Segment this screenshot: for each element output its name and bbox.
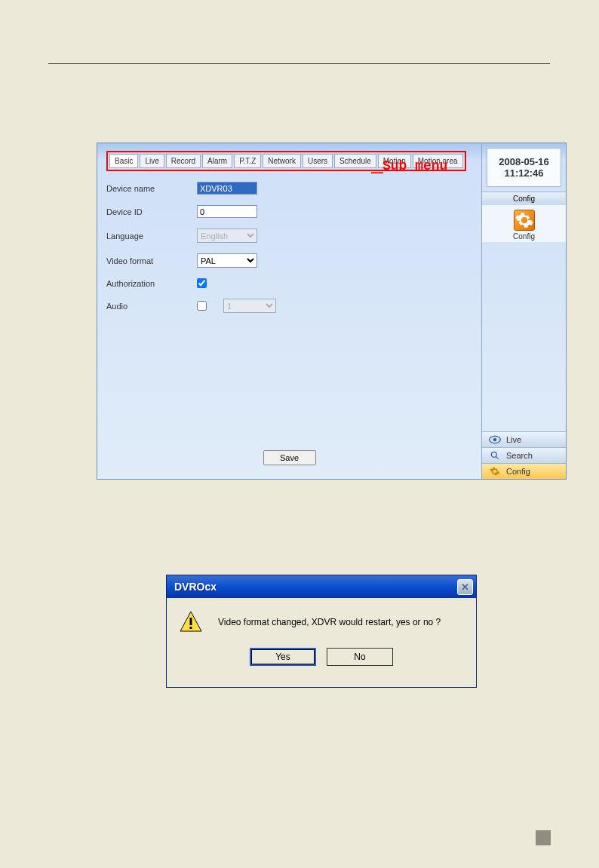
nav-config[interactable]: Config (482, 463, 566, 479)
tab-ptz[interactable]: P.T.Z (234, 154, 261, 168)
device-name-label: Device name (106, 184, 197, 193)
audio-label: Audio (106, 302, 197, 311)
dialog-title: DVROcx (174, 581, 217, 593)
svg-point-1 (493, 438, 497, 442)
config-icon-area[interactable]: Config (482, 205, 566, 242)
yes-button[interactable]: Yes (250, 648, 316, 666)
close-button[interactable]: ✕ (457, 579, 473, 595)
close-icon: ✕ (461, 581, 469, 593)
eye-icon (488, 434, 502, 445)
authorization-label: Authorization (106, 279, 197, 288)
video-format-label: Video format (106, 256, 197, 265)
gear-small-icon (488, 466, 502, 477)
nav-live-label: Live (506, 435, 521, 444)
nav-config-label: Config (506, 467, 530, 476)
tab-alarm[interactable]: Alarm (202, 154, 232, 168)
audio-select: 1 (223, 299, 276, 313)
no-button[interactable]: No (327, 648, 393, 666)
main-area: Basic Live Record Alarm P.T.Z Network Us… (97, 143, 481, 479)
svg-line-3 (496, 456, 499, 459)
nav-search-label: Search (506, 451, 533, 460)
svg-rect-6 (190, 627, 192, 629)
time-text: 11:12:46 (492, 167, 556, 179)
svg-rect-5 (190, 618, 192, 625)
tab-network[interactable]: Network (263, 154, 301, 168)
device-id-input[interactable] (197, 205, 257, 218)
datetime-display: 2008-05-16 11:12:46 (487, 148, 561, 187)
tab-users[interactable]: Users (303, 154, 333, 168)
basic-form: Device name Device ID Language English V… (106, 182, 472, 313)
authorization-checkbox[interactable] (197, 278, 207, 288)
right-panel: 2008-05-16 11:12:46 Config Config Live S… (481, 143, 566, 479)
dialog-titlebar[interactable]: DVROcx ✕ (167, 575, 476, 598)
tab-basic[interactable]: Basic (109, 154, 138, 168)
config-icon-label: Config (482, 232, 566, 241)
warning-icon (179, 610, 203, 634)
horizontal-rule (48, 63, 550, 64)
confirm-dialog: DVROcx ✕ Video format changed, XDVR woul… (166, 575, 477, 688)
audio-checkbox[interactable] (197, 301, 207, 311)
nav-search[interactable]: Search (482, 447, 566, 463)
config-panel-header: Config (482, 192, 566, 205)
language-select: English (197, 229, 257, 243)
device-id-label: Device ID (106, 207, 197, 216)
tab-live[interactable]: Live (140, 154, 164, 168)
device-name-input[interactable] (197, 182, 257, 195)
config-window: Basic Live Record Alarm P.T.Z Network Us… (97, 143, 567, 480)
annotation-arrow: — (371, 166, 383, 179)
language-label: Language (106, 232, 197, 241)
annotation-label: Sub menu (382, 158, 447, 173)
video-format-select[interactable]: PAL (197, 253, 257, 268)
dialog-message: Video format changed, XDVR would restart… (218, 617, 441, 627)
date-text: 2008-05-16 (492, 156, 556, 167)
tab-schedule[interactable]: Schedule (334, 154, 376, 168)
page-marker (536, 830, 551, 845)
dialog-body: Video format changed, XDVR would restart… (167, 598, 476, 673)
save-button[interactable]: Save (263, 450, 316, 465)
magnifier-icon (488, 450, 502, 461)
nav-live[interactable]: Live (482, 431, 566, 447)
tab-record[interactable]: Record (166, 154, 201, 168)
gear-icon (514, 210, 535, 231)
